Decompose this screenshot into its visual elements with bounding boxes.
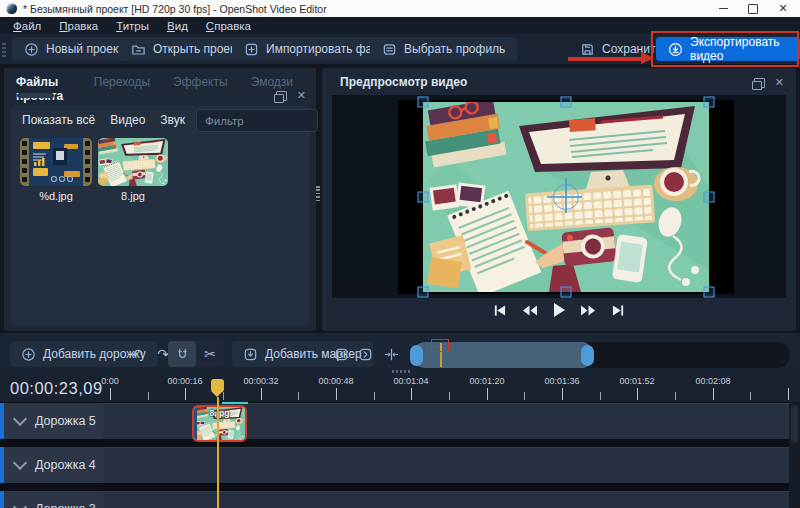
menu-bar: Файл Правка Титры Вид Справка [0, 17, 800, 34]
razor-button[interactable]: ✂ [197, 341, 223, 367]
undock-panel-icon[interactable] [754, 78, 765, 88]
ruler-label: 00:01:04 [393, 376, 428, 386]
menu-edit[interactable]: Правка [50, 19, 107, 33]
save-icon [580, 42, 595, 57]
maximize-icon [748, 4, 758, 14]
selection-handle-bottom-center[interactable] [561, 287, 572, 298]
file-thumbnail [98, 138, 168, 186]
snap-magnet-button[interactable] [169, 341, 195, 367]
tracks-scrollbar[interactable] [789, 402, 800, 508]
choose-profile-button[interactable]: Выбрать профиль [370, 37, 517, 61]
open-folder-icon [131, 42, 146, 57]
panel-divider-handle[interactable] [316, 186, 320, 202]
track-accent-bar [0, 491, 4, 508]
playback-controls [322, 302, 796, 318]
video-image [423, 102, 709, 292]
filter-video[interactable]: Видео [110, 113, 145, 127]
close-button[interactable]: ✕ [777, 3, 789, 15]
undock-panel-icon[interactable] [276, 91, 287, 101]
minimize-button[interactable] [717, 3, 729, 15]
zoom-handle-right[interactable] [581, 345, 594, 366]
add-marker-icon [243, 347, 258, 362]
selection-handle-bottom-left[interactable] [418, 287, 429, 298]
track-row-5[interactable]: Дорожка 5 8.jpg [0, 403, 789, 439]
next-marker-icon [358, 347, 373, 362]
selection-handle-mid-right[interactable] [704, 192, 715, 203]
menu-view[interactable]: Вид [158, 19, 197, 33]
track-row-3[interactable]: Дорожка 3 [0, 491, 789, 508]
playhead-handle[interactable] [211, 379, 224, 392]
video-frame [398, 100, 734, 294]
chevron-down-icon[interactable] [13, 412, 27, 426]
scissors-icon: ✂ [204, 346, 216, 362]
timeline-zoom-scrollbar[interactable] [410, 342, 790, 368]
title-bar: * Безымянный проект [HD 720p 30 fps] - O… [0, 0, 800, 17]
play-button[interactable] [552, 302, 566, 318]
tab-project-files[interactable]: Файлы проекта [16, 73, 82, 105]
file-item-8jpg[interactable]: 8.jpg [98, 138, 168, 202]
close-panel-icon[interactable]: ✕ [775, 77, 784, 88]
track-header: Дорожка 5 [0, 403, 103, 439]
jump-to-start-button[interactable] [492, 304, 507, 317]
timeline-clip-8jpg[interactable]: 8.jpg [192, 405, 247, 442]
new-project-button[interactable]: Новый проект [12, 37, 136, 61]
selection-handle-top-center[interactable] [561, 97, 572, 108]
chevron-down-icon[interactable] [13, 456, 27, 470]
track-row-4[interactable]: Дорожка 4 [0, 447, 789, 483]
track-header: Дорожка 3 [0, 491, 103, 508]
track-accent-bar [0, 447, 4, 483]
jump-to-end-button[interactable] [611, 304, 626, 317]
zoom-handle-left[interactable] [410, 345, 423, 366]
video-viewport [332, 95, 786, 298]
filter-input[interactable] [196, 109, 318, 132]
rewind-button[interactable] [521, 304, 538, 317]
filter-audio[interactable]: Звук [160, 113, 185, 127]
magnet-icon [175, 347, 190, 362]
ruler-label: 00:00:16 [167, 376, 202, 386]
file-name: %d.jpg [20, 190, 92, 202]
maximize-button[interactable] [747, 3, 759, 15]
ruler-label: 00:00:48 [318, 376, 353, 386]
file-item-percent-d[interactable]: %d.jpg [20, 138, 92, 202]
file-thumbnail [20, 138, 92, 186]
preview-panel-title: Предпросмотр видео [340, 75, 467, 89]
selection-handle-top-left[interactable] [418, 97, 429, 108]
menu-file[interactable]: Файл [4, 19, 50, 33]
transform-center-reticle[interactable] [553, 184, 579, 210]
playhead-line[interactable] [217, 397, 219, 508]
ruler-label: 00:02:08 [695, 376, 730, 386]
tab-transitions[interactable]: Переходы [94, 73, 161, 105]
next-marker-button[interactable] [352, 341, 378, 367]
zoombar-clip-marker [431, 339, 449, 352]
toolbar-grip[interactable] [2, 43, 6, 57]
undo-button[interactable]: ↶ [124, 341, 150, 367]
track-accent-bar [0, 403, 4, 439]
close-panel-icon[interactable]: ✕ [297, 90, 306, 101]
active-tab-indicator [17, 93, 54, 98]
close-icon: ✕ [778, 3, 787, 14]
timeline-toolbar: Добавить дорожку ↶ ↷ ✂ Добавить маркер [0, 333, 800, 375]
selection-handle-mid-left[interactable] [418, 192, 429, 203]
selection-handle-bottom-right[interactable] [704, 287, 715, 298]
previous-marker-icon [334, 347, 349, 362]
chevron-down-icon[interactable] [13, 500, 27, 508]
previous-marker-button[interactable] [328, 341, 354, 367]
filter-show-all[interactable]: Показать всё [22, 113, 95, 127]
selection-handle-top-right[interactable] [704, 97, 715, 108]
track-label: Дорожка 4 [35, 458, 96, 472]
openshot-window: * Безымянный проект [HD 720p 30 fps] - O… [0, 0, 800, 508]
timeline-ruler[interactable]: 00:00:23,09 0:00 00:00:16 00:00:32 00:00… [0, 375, 800, 402]
menu-help[interactable]: Справка [197, 19, 260, 33]
fast-forward-button[interactable] [580, 304, 597, 317]
add-track-icon [21, 347, 36, 362]
export-video-button[interactable]: Экспортировать видео [656, 37, 800, 61]
clip-top-indicator [222, 402, 248, 404]
timeline-resize-handle[interactable] [392, 370, 410, 373]
tab-effects[interactable]: Эффекты [173, 73, 239, 105]
new-project-icon [24, 42, 39, 57]
tracks-scrollbar-thumb[interactable] [791, 405, 798, 443]
clip-name: 8.jpg [194, 408, 245, 418]
center-on-playhead-button[interactable] [378, 341, 404, 367]
menu-titles[interactable]: Титры [107, 19, 158, 33]
window-title: * Безымянный проект [HD 720p 30 fps] - O… [23, 3, 327, 15]
